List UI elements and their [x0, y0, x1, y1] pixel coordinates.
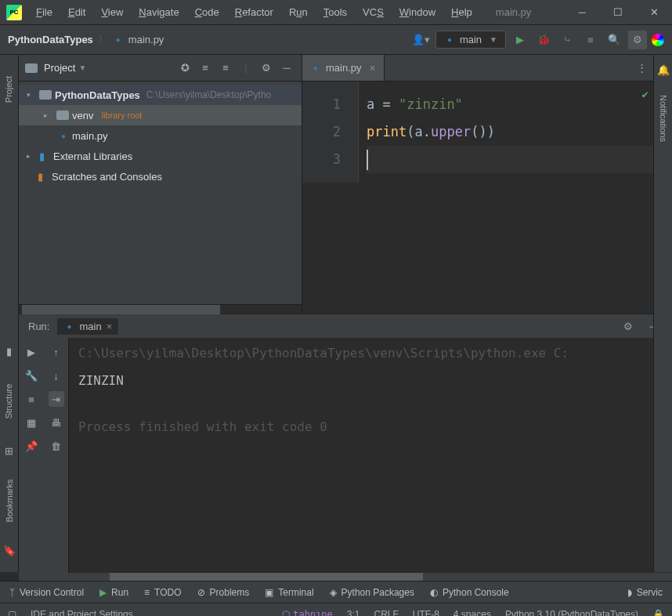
menu-window[interactable]: Window	[392, 2, 443, 23]
breadcrumb-file[interactable]: main.py	[128, 34, 164, 45]
close-icon[interactable]: ×	[107, 321, 113, 332]
expand-arrow-icon[interactable]: ▾	[27, 91, 36, 99]
cursor-position[interactable]: 3:1	[347, 609, 360, 617]
code-editor[interactable]: ✔ 1 2 3 a = "zinzin" print(a.upper())	[302, 82, 653, 183]
line-number[interactable]: 2	[302, 118, 341, 146]
tab-python-packages[interactable]: ◈Python Packages	[330, 587, 414, 598]
select-opened-file-button[interactable]: ✪	[176, 60, 193, 77]
tree-venv[interactable]: ▸ venv library root	[19, 105, 302, 125]
titlebar: PC File Edit View Navigate Code Refactor…	[0, 0, 672, 25]
menu-refactor[interactable]: Refactor	[227, 2, 281, 23]
run-settings-button[interactable]: ⚙	[619, 317, 638, 335]
menu-file[interactable]: File	[28, 2, 60, 23]
layout-icon[interactable]: ▦	[23, 415, 39, 430]
lock-icon[interactable]: 🔒	[652, 609, 664, 617]
expand-all-button[interactable]: ≡	[197, 60, 214, 77]
close-tab-icon[interactable]: ×	[370, 62, 376, 74]
tab-run[interactable]: ▶Run	[99, 587, 128, 598]
terminal-icon: ▣	[265, 587, 273, 598]
expand-arrow-icon[interactable]: ▸	[44, 111, 53, 119]
user-dropdown-icon[interactable]: 👤▾	[412, 31, 431, 49]
expand-arrow-icon[interactable]: ▸	[27, 152, 36, 160]
main-menu: File Edit View Navigate Code Refactor Ru…	[28, 2, 480, 23]
tree-root[interactable]: ▾ PythonDataTypes C:\Users\yilma\Desktop…	[19, 85, 302, 105]
bookmarks-tool-icon[interactable]: ▮	[6, 346, 12, 357]
stop-button[interactable]: ■	[581, 31, 600, 49]
tree-file-main[interactable]: main.py	[19, 125, 302, 146]
tab-version-control[interactable]: ᛘVersion Control	[9, 587, 84, 598]
run-tab[interactable]: main ×	[57, 318, 118, 335]
line-number[interactable]: 3	[302, 146, 341, 173]
down-arrow-icon[interactable]: ↓	[49, 368, 64, 383]
file-encoding[interactable]: UTF-8	[413, 609, 439, 617]
tab-python-console[interactable]: ◐Python Console	[430, 587, 509, 598]
stop-run-button[interactable]: ■	[23, 391, 39, 407]
run-tool-window: Run: main × ⚙ ─ ▶ 🔧 ■ ▦ 📌 ↑ ↓ ⇥ 🖶 🗑 C:\U…	[19, 313, 672, 581]
maximize-button[interactable]: ☐	[600, 0, 636, 25]
bookmark-icon[interactable]: 🔖	[3, 545, 16, 556]
code-body[interactable]: a = "zinzin" print(a.upper())	[359, 82, 653, 183]
tab-problems[interactable]: ⊘Problems	[197, 587, 250, 598]
run-output[interactable]: C:\Users\yilma\Desktop\PythonDataTypes\v…	[69, 338, 653, 573]
tab-todo[interactable]: ≡TODO	[144, 587, 181, 598]
python-icon	[63, 321, 74, 332]
editor-tab-main[interactable]: main.py ×	[302, 55, 385, 81]
indent-widget[interactable]: 4 spaces	[453, 609, 491, 617]
tab-terminal[interactable]: ▣Terminal	[265, 587, 313, 598]
status-bar: ▢ IDE and Project Settings ⬡tabnıne 3:1 …	[0, 603, 672, 616]
breadcrumb-project[interactable]: PythonDataTypes	[8, 34, 93, 45]
wrench-icon[interactable]: 🔧	[23, 368, 39, 383]
editor-menu-icon[interactable]: ⋮	[637, 62, 647, 74]
branch-icon: ᛘ	[9, 587, 15, 598]
coverage-button[interactable]: ⤷	[558, 31, 576, 49]
soft-wrap-icon[interactable]: ⇥	[49, 391, 64, 407]
collapse-all-button[interactable]: ≡	[217, 60, 234, 77]
tree-external-libs[interactable]: ▸ External Libraries	[19, 146, 302, 166]
menu-navigate[interactable]: Navigate	[131, 2, 186, 23]
menu-code[interactable]: Code	[187, 2, 227, 23]
menu-run[interactable]: Run	[281, 2, 316, 23]
line-separator[interactable]: CRLF	[374, 609, 399, 617]
trash-icon[interactable]: 🗑	[49, 438, 64, 454]
tabnine-widget[interactable]: ⬡tabnıne	[282, 609, 333, 617]
run-button[interactable]: ▶	[511, 31, 529, 49]
project-pane: Project ▼ ✪ ≡ ≡ | ⚙ ─ ▾ PythonDataTypes …	[19, 55, 302, 313]
tab-services[interactable]: ◗Servic	[627, 587, 663, 598]
scratch-icon	[38, 171, 49, 182]
notifications-icon[interactable]: 🔔	[657, 64, 670, 76]
run-scrollbar[interactable]	[19, 573, 672, 581]
horizontal-scrollbar[interactable]	[19, 304, 302, 313]
debug-button[interactable]: 🐞	[534, 31, 553, 49]
pin-icon[interactable]: 📌	[23, 438, 39, 454]
python-file-icon	[310, 63, 321, 74]
menu-vcs[interactable]: VCS	[355, 2, 392, 23]
print-icon[interactable]: 🖶	[49, 415, 64, 430]
tool-tab-structure[interactable]: Structure	[5, 384, 14, 419]
minimize-button[interactable]: ─	[564, 0, 600, 25]
interpreter-widget[interactable]: Python 3.10 (PythonDataTypes)	[505, 609, 638, 617]
line-number[interactable]: 1	[302, 91, 341, 118]
breadcrumb[interactable]: PythonDataTypes 〉 main.py	[8, 33, 164, 47]
tree-scratches[interactable]: Scratches and Consoles	[19, 166, 302, 187]
rerun-button[interactable]: ▶	[23, 344, 39, 360]
pane-title[interactable]: Project	[44, 62, 75, 74]
tool-tab-bookmarks[interactable]: Bookmarks	[5, 479, 14, 522]
tool-tab-project[interactable]: Project	[5, 76, 14, 103]
pane-settings-button[interactable]: ⚙	[258, 60, 275, 77]
menu-edit[interactable]: Edit	[60, 2, 93, 23]
up-arrow-icon[interactable]: ↑	[49, 344, 64, 360]
close-button[interactable]: ✕	[636, 0, 672, 25]
code-with-me-icon[interactable]	[652, 34, 664, 46]
settings-button[interactable]: ⚙	[628, 31, 647, 49]
tool-tab-notifications[interactable]: Notifications	[659, 95, 668, 142]
hide-pane-button[interactable]: ─	[278, 60, 295, 77]
search-everywhere-button[interactable]: 🔍	[605, 31, 623, 49]
menu-view[interactable]: View	[93, 2, 131, 23]
menu-help[interactable]: Help	[443, 2, 480, 23]
run-config-selector[interactable]: main ▼	[435, 31, 506, 49]
structure-tool-icon[interactable]: ⊞	[5, 445, 13, 457]
tool-windows-icon[interactable]: ▢	[8, 609, 16, 617]
chevron-down-icon[interactable]: ▼	[78, 63, 86, 72]
menu-tools[interactable]: Tools	[316, 2, 355, 23]
inspection-ok-icon[interactable]: ✔	[642, 88, 649, 100]
